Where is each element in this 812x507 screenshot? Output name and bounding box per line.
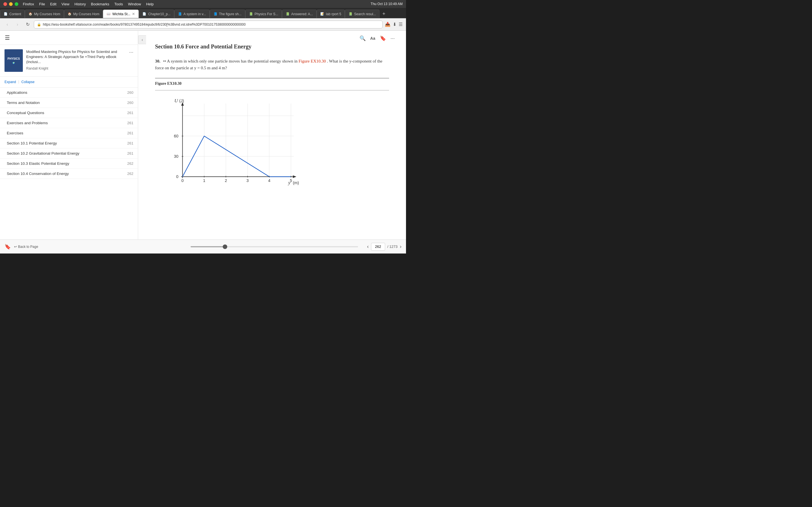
tab-content[interactable]: 📄 Content (0, 10, 25, 18)
next-page-button[interactable]: › (400, 244, 402, 249)
page-number-input[interactable] (371, 243, 385, 251)
menu-window[interactable]: Window (128, 2, 141, 6)
tab-figure[interactable]: 📘 The figure sh... (210, 10, 245, 18)
reload-button[interactable]: ↻ (24, 20, 32, 29)
figure-link[interactable]: Figure EX10.30 (299, 59, 326, 63)
tab-my-courses-2[interactable]: 🏠 My Courses Hom (64, 10, 103, 18)
tab-my-courses-1[interactable]: 🏠 My Courses Hom (25, 10, 64, 18)
tab-label-courses1: My Courses Hom (34, 12, 60, 16)
nav-item-label: Applications (7, 91, 28, 95)
back-arrow-icon: ↩ (14, 245, 17, 249)
svg-text:(m): (m) (293, 181, 299, 185)
nav-item-page: 261 (127, 131, 133, 135)
section-title: Section 10.6 Force and Potential Energy (155, 42, 389, 51)
nav-item-page: 261 (127, 151, 133, 156)
tab-lab-report[interactable]: 📝 lab rport 5 (317, 10, 345, 18)
nav-icons: 📥 ⬇ ☰ (385, 22, 403, 27)
tab-answered[interactable]: 📗 Answered: A... (282, 10, 317, 18)
forward-button[interactable]: › (13, 20, 21, 29)
back-button[interactable]: ‹ (3, 20, 11, 29)
nav-item-label: Section 10.1 Potential Energy (7, 141, 57, 145)
back-to-page-button[interactable]: ↩ Back to Page (14, 245, 38, 249)
nav-item-10-3[interactable]: Section 10.3 Elastic Potential Energy 26… (0, 159, 138, 169)
sidebar-menu-button[interactable]: ☰ (3, 34, 11, 42)
nav-item-terms[interactable]: Terms and Notation 260 (0, 98, 138, 108)
menu-firefox[interactable]: Firefox (23, 2, 34, 6)
page-navigation: ‹ / 1273 › (367, 243, 402, 251)
nav-item-page: 262 (127, 161, 133, 166)
nav-item-label: Exercises (7, 131, 23, 135)
nav-item-label: Exercises and Problems (7, 121, 48, 125)
menu-edit[interactable]: Edit (50, 2, 56, 6)
expand-button[interactable]: Expand (4, 79, 16, 85)
problem-text: 30. •• A system in which only one partic… (155, 58, 389, 71)
traffic-lights[interactable] (3, 2, 18, 6)
menu-bookmarks[interactable]: Bookmarks (91, 2, 109, 6)
tab-favicon-figure: 📘 (213, 12, 217, 16)
tab-chapter10[interactable]: 📄 Chapter10_p... (139, 10, 174, 18)
menu-button[interactable]: ☰ (399, 22, 403, 27)
url-bar[interactable]: 🔒 https://wsu-bookshelf.vitalsource.com/… (34, 20, 383, 29)
nav-item-10-2[interactable]: Section 10.2 Gravitational Potential Ene… (0, 149, 138, 159)
sidebar-toggle-button[interactable]: ‹ (138, 35, 146, 44)
figure-box: Figure EX10.30 (155, 78, 389, 191)
tab-wichita[interactable]: 📖 Wichita St... ✕ (103, 10, 139, 18)
svg-text:30: 30 (174, 154, 179, 159)
sidebar: ☰ PHYSICS🌍 Modified Mastering Physics fo… (0, 31, 138, 239)
progress-thumb[interactable] (223, 244, 227, 249)
menu-history[interactable]: History (74, 2, 86, 6)
prev-page-button[interactable]: ‹ (367, 244, 369, 249)
svg-text:1: 1 (203, 179, 205, 183)
tab-label-courses2: My Courses Hom (73, 12, 100, 16)
nav-item-10-1[interactable]: Section 10.1 Potential Energy 261 (0, 138, 138, 149)
tab-search[interactable]: 📗 Search resul... (345, 10, 379, 18)
nav-item-page: 261 (127, 141, 133, 145)
collapse-button[interactable]: Collapse (21, 79, 35, 85)
menu-tools[interactable]: Tools (114, 2, 123, 6)
pocket-button[interactable]: 📥 (385, 22, 391, 27)
nav-item-page: 260 (127, 91, 133, 95)
time-display: Thu Oct 13 10:49 AM (371, 2, 403, 6)
more-options-button[interactable]: ··· (391, 36, 395, 41)
tab-label-chapter10: Chapter10_p... (148, 12, 170, 16)
nav-item-page: 260 (127, 101, 133, 105)
maximize-button[interactable] (15, 2, 18, 6)
nav-item-exercises-problems[interactable]: Exercises and Problems 261 (0, 118, 138, 128)
tab-close-wichita[interactable]: ✕ (132, 12, 135, 16)
menu-help[interactable]: Help (146, 2, 154, 6)
download-button[interactable]: ⬇ (393, 22, 396, 27)
minimize-button[interactable] (9, 2, 13, 6)
tab-favicon-content: 📄 (4, 12, 8, 16)
nav-item-applications[interactable]: Applications 260 (0, 88, 138, 98)
sidebar-more-button[interactable]: ··· (129, 49, 133, 55)
tab-favicon-answered: 📗 (286, 12, 290, 16)
nav-item-10-4[interactable]: Section 10.4 Conservation of Energy 262 (0, 169, 138, 179)
tab-system[interactable]: 📘 A system in v... (174, 10, 210, 18)
sidebar-nav: Applications 260 Terms and Notation 260 … (0, 88, 138, 239)
bookmark-button[interactable]: 🔖 (4, 244, 11, 250)
nav-item-exercises[interactable]: Exercises 261 (0, 128, 138, 138)
progress-bar[interactable] (191, 246, 358, 247)
bookmark-toolbar-button[interactable]: 🔖 (380, 35, 386, 41)
book-author: Randall Knight (26, 66, 126, 70)
problem-intro: A system in which only one particle move… (167, 59, 297, 63)
menu-view[interactable]: View (61, 2, 69, 6)
menu-file[interactable]: File (39, 2, 45, 6)
font-button[interactable]: Aa (370, 36, 375, 41)
chart-container: U (J) y (m) 0 30 60 0 1 2 3 (163, 95, 305, 191)
bottom-bar: 🔖 ↩ Back to Page ‹ / 1273 › (0, 239, 406, 253)
svg-marker-13 (293, 175, 297, 178)
nav-item-page: 262 (127, 172, 133, 176)
tab-label-physics: Physics For S... (255, 12, 278, 16)
main-area: ☰ PHYSICS🌍 Modified Mastering Physics fo… (0, 31, 406, 239)
tab-physics[interactable]: 📗 Physics For S... (245, 10, 282, 18)
search-button[interactable]: 🔍 (359, 35, 366, 41)
new-tab-button[interactable]: + (379, 10, 388, 18)
tab-label-wichita: Wichita St... (112, 12, 130, 16)
separator: | (18, 79, 19, 85)
close-button[interactable] (3, 2, 7, 6)
tab-label-search: Search resul... (354, 12, 376, 16)
tab-favicon-chapter10: 📄 (142, 12, 146, 16)
nav-item-label: Section 10.4 Conservation of Energy (7, 172, 69, 176)
nav-item-conceptual[interactable]: Conceptual Questions 261 (0, 108, 138, 118)
